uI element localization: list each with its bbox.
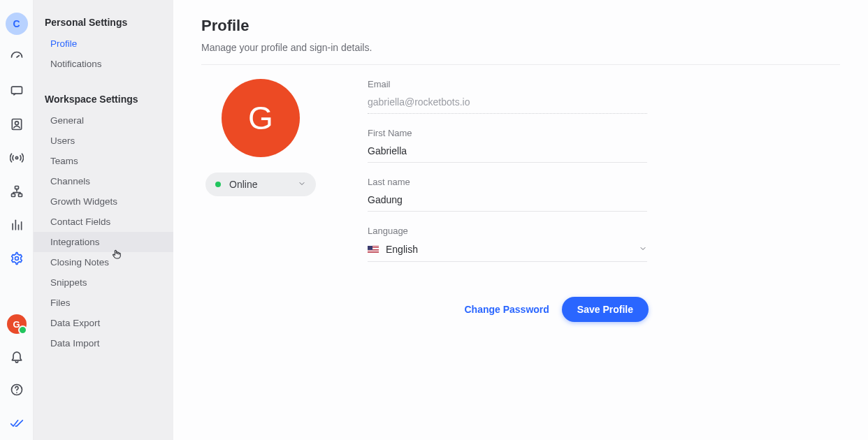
chevron-down-icon	[298, 178, 306, 191]
first-name-field[interactable]	[368, 142, 647, 163]
sidebar-item-users[interactable]: Users	[34, 131, 173, 151]
change-password-button[interactable]: Change Password	[464, 304, 549, 315]
svg-point-7	[15, 257, 18, 261]
page-title: Profile	[201, 17, 840, 35]
workspace-settings-header: Workspace Settings	[34, 89, 173, 110]
settings-sidebar: Personal Settings Profile Notifications …	[34, 0, 173, 440]
last-name-label: Last name	[368, 177, 647, 187]
page-subtitle: Manage your profile and sign-in details.	[201, 42, 840, 65]
save-profile-button[interactable]: Save Profile	[562, 297, 649, 322]
svg-point-2	[15, 122, 18, 125]
sidebar-item-teams[interactable]: Teams	[34, 151, 173, 171]
sidebar-item-closing-notes[interactable]: Closing Notes	[34, 252, 173, 272]
double-check-icon[interactable]	[6, 412, 28, 434]
sidebar-item-snippets[interactable]: Snippets	[34, 272, 173, 293]
sidebar-item-files[interactable]: Files	[34, 293, 173, 313]
sidebar-item-profile[interactable]: Profile	[34, 34, 173, 54]
svg-point-3	[15, 156, 17, 159]
profile-avatar[interactable]: G	[222, 79, 300, 157]
workflows-icon[interactable]	[6, 180, 28, 203]
language-value: English	[386, 244, 639, 255]
nav-rail: C G	[0, 0, 34, 440]
personal-settings-header: Personal Settings	[34, 13, 173, 34]
broadcast-icon[interactable]	[6, 147, 28, 169]
settings-icon[interactable]	[6, 247, 28, 270]
sidebar-item-contact-fields[interactable]: Contact Fields	[34, 212, 173, 232]
notifications-icon[interactable]	[6, 345, 28, 367]
email-label: Email	[368, 79, 647, 89]
main-content: Profile Manage your profile and sign-in …	[173, 0, 868, 440]
language-dropdown[interactable]: English	[368, 240, 647, 262]
status-dropdown[interactable]: Online	[205, 173, 316, 196]
sidebar-item-integrations[interactable]: Integrations	[34, 232, 173, 252]
language-label: Language	[368, 226, 647, 236]
messages-icon[interactable]	[6, 80, 28, 102]
sidebar-item-growth-widgets[interactable]: Growth Widgets	[34, 191, 173, 212]
first-name-label: First Name	[368, 128, 647, 138]
chevron-down-icon	[639, 243, 647, 256]
help-icon[interactable]	[6, 379, 28, 401]
sidebar-item-general[interactable]: General	[34, 110, 173, 131]
email-field: gabriella@rocketbots.io	[368, 94, 647, 114]
rail-avatar[interactable]: G	[7, 314, 27, 334]
status-dot-icon	[215, 182, 221, 187]
sidebar-item-channels[interactable]: Channels	[34, 171, 173, 191]
dashboard-icon[interactable]	[6, 46, 28, 68]
svg-rect-0	[11, 87, 22, 94]
org-badge[interactable]: C	[6, 13, 28, 35]
reports-icon[interactable]	[6, 214, 28, 236]
contacts-icon[interactable]	[6, 113, 28, 135]
sidebar-item-data-import[interactable]: Data Import	[34, 333, 173, 353]
last-name-field[interactable]	[368, 191, 647, 212]
sidebar-item-notifications[interactable]: Notifications	[34, 54, 173, 74]
flag-icon	[368, 246, 379, 254]
sidebar-item-data-export[interactable]: Data Export	[34, 313, 173, 333]
status-label: Online	[229, 179, 298, 190]
